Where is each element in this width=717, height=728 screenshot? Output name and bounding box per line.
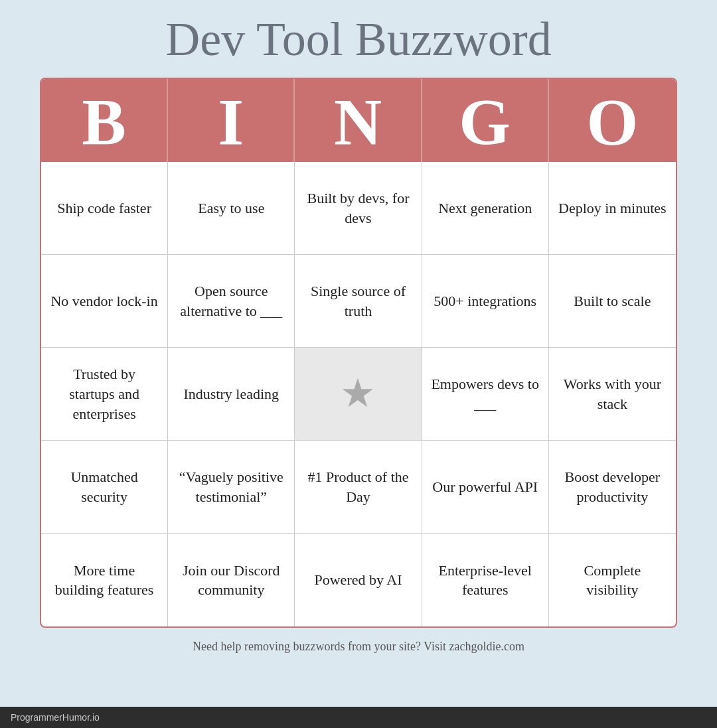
bingo-letter-i: I xyxy=(168,79,295,162)
bingo-cell-3[interactable]: Next generation xyxy=(422,162,549,255)
bingo-letter-g: G xyxy=(422,79,549,162)
bingo-header: BINGO xyxy=(41,79,676,162)
bingo-cell-16[interactable]: “Vaguely positive testimonial” xyxy=(168,441,295,534)
bingo-cell-9[interactable]: Built to scale xyxy=(549,255,676,348)
bottom-bar-label: ProgrammerHumor.io xyxy=(11,712,100,723)
bingo-letter-b: B xyxy=(41,79,168,162)
bingo-cell-23[interactable]: Enterprise-level features xyxy=(422,534,549,626)
bottom-bar: ProgrammerHumor.io xyxy=(0,707,717,728)
bingo-cell-5[interactable]: No vendor lock-in xyxy=(41,255,168,348)
bingo-cell-2[interactable]: Built by devs, for devs xyxy=(295,162,422,255)
bingo-cell-15[interactable]: Unmatched security xyxy=(41,441,168,534)
bingo-cell-7[interactable]: Single source of truth xyxy=(295,255,422,348)
bingo-cell-1[interactable]: Easy to use xyxy=(168,162,295,255)
bingo-cell-11[interactable]: Industry leading xyxy=(168,348,295,441)
bingo-cell-21[interactable]: Join our Discord community xyxy=(168,534,295,626)
bingo-letter-n: N xyxy=(295,79,422,162)
page-title: Dev Tool Buzzword xyxy=(165,13,552,66)
bingo-cell-13[interactable]: Empowers devs to ___ xyxy=(422,348,549,441)
bingo-cell-17[interactable]: #1 Product of the Day xyxy=(295,441,422,534)
bingo-cell-14[interactable]: Works with your stack xyxy=(549,348,676,441)
bingo-cell-0[interactable]: Ship code faster xyxy=(41,162,168,255)
bingo-cell-4[interactable]: Deploy in minutes xyxy=(549,162,676,255)
bingo-cell-20[interactable]: More time building features xyxy=(41,534,168,626)
bingo-cell-6[interactable]: Open source alternative to ___ xyxy=(168,255,295,348)
free-space-cell[interactable]: ★ xyxy=(295,348,422,441)
bingo-cell-10[interactable]: Trusted by startups and enterprises xyxy=(41,348,168,441)
bingo-cell-19[interactable]: Boost developer productivity xyxy=(549,441,676,534)
bingo-cell-18[interactable]: Our powerful API xyxy=(422,441,549,534)
bingo-cell-24[interactable]: Complete visibility xyxy=(549,534,676,626)
bingo-card: BINGO Ship code fasterEasy to useBuilt b… xyxy=(40,78,677,628)
bingo-cell-8[interactable]: 500+ integrations xyxy=(422,255,549,348)
bingo-letter-o: O xyxy=(549,79,676,162)
bingo-cell-22[interactable]: Powered by AI xyxy=(295,534,422,626)
footer-text: Need help removing buzzwords from your s… xyxy=(193,640,524,654)
bingo-grid: Ship code fasterEasy to useBuilt by devs… xyxy=(41,162,676,626)
